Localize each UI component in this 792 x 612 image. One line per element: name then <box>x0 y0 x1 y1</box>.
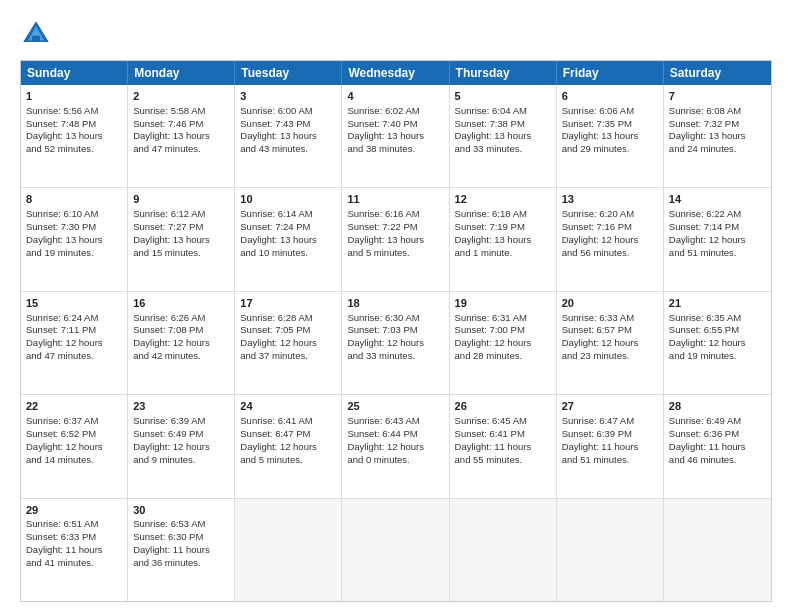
day-info-line: Sunrise: 6:28 AM <box>240 312 336 325</box>
day-info-line: and 55 minutes. <box>455 454 551 467</box>
day-29: 29Sunrise: 6:51 AMSunset: 6:33 PMDayligh… <box>21 499 128 601</box>
day-info-line: Daylight: 12 hours <box>669 234 766 247</box>
day-number: 2 <box>133 89 229 104</box>
empty-cell <box>235 499 342 601</box>
day-number: 8 <box>26 192 122 207</box>
day-info-line: Sunrise: 6:41 AM <box>240 415 336 428</box>
day-27: 27Sunrise: 6:47 AMSunset: 6:39 PMDayligh… <box>557 395 664 497</box>
day-info-line: and 47 minutes. <box>26 350 122 363</box>
day-16: 16Sunrise: 6:26 AMSunset: 7:08 PMDayligh… <box>128 292 235 394</box>
day-info-line: and 19 minutes. <box>669 350 766 363</box>
day-info-line: and 9 minutes. <box>133 454 229 467</box>
day-info-line: Sunrise: 6:06 AM <box>562 105 658 118</box>
day-number: 12 <box>455 192 551 207</box>
day-30: 30Sunrise: 6:53 AMSunset: 6:30 PMDayligh… <box>128 499 235 601</box>
day-info-line: Sunrise: 6:12 AM <box>133 208 229 221</box>
day-number: 18 <box>347 296 443 311</box>
day-number: 28 <box>669 399 766 414</box>
day-number: 29 <box>26 503 122 518</box>
day-info-line: Daylight: 12 hours <box>240 337 336 350</box>
day-info-line: Sunrise: 6:47 AM <box>562 415 658 428</box>
day-number: 23 <box>133 399 229 414</box>
day-info-line: and 29 minutes. <box>562 143 658 156</box>
day-8: 8Sunrise: 6:10 AMSunset: 7:30 PMDaylight… <box>21 188 128 290</box>
day-info-line: Sunset: 6:30 PM <box>133 531 229 544</box>
day-info-line: Daylight: 13 hours <box>669 130 766 143</box>
day-21: 21Sunrise: 6:35 AMSunset: 6:55 PMDayligh… <box>664 292 771 394</box>
header-day-saturday: Saturday <box>664 61 771 85</box>
logo <box>20 18 56 50</box>
day-info-line: Sunset: 7:05 PM <box>240 324 336 337</box>
day-info-line: Sunrise: 6:08 AM <box>669 105 766 118</box>
day-info-line: Sunset: 6:47 PM <box>240 428 336 441</box>
day-info-line: Sunset: 6:57 PM <box>562 324 658 337</box>
day-number: 27 <box>562 399 658 414</box>
day-info-line: and 47 minutes. <box>133 143 229 156</box>
day-info-line: and 10 minutes. <box>240 247 336 260</box>
day-info-line: Sunrise: 6:37 AM <box>26 415 122 428</box>
day-19: 19Sunrise: 6:31 AMSunset: 7:00 PMDayligh… <box>450 292 557 394</box>
day-14: 14Sunrise: 6:22 AMSunset: 7:14 PMDayligh… <box>664 188 771 290</box>
day-10: 10Sunrise: 6:14 AMSunset: 7:24 PMDayligh… <box>235 188 342 290</box>
day-info-line: Sunrise: 6:00 AM <box>240 105 336 118</box>
day-info-line: Sunset: 6:49 PM <box>133 428 229 441</box>
day-info-line: Daylight: 12 hours <box>26 337 122 350</box>
day-12: 12Sunrise: 6:18 AMSunset: 7:19 PMDayligh… <box>450 188 557 290</box>
day-info-line: Sunset: 6:44 PM <box>347 428 443 441</box>
header-day-sunday: Sunday <box>21 61 128 85</box>
day-28: 28Sunrise: 6:49 AMSunset: 6:36 PMDayligh… <box>664 395 771 497</box>
header-day-tuesday: Tuesday <box>235 61 342 85</box>
day-info-line: Sunset: 7:11 PM <box>26 324 122 337</box>
day-info-line: Daylight: 13 hours <box>455 130 551 143</box>
day-info-line: and 28 minutes. <box>455 350 551 363</box>
day-info-line: and 37 minutes. <box>240 350 336 363</box>
day-number: 13 <box>562 192 658 207</box>
day-number: 17 <box>240 296 336 311</box>
header-day-thursday: Thursday <box>450 61 557 85</box>
empty-cell <box>450 499 557 601</box>
calendar-header: SundayMondayTuesdayWednesdayThursdayFrid… <box>21 61 771 85</box>
day-3: 3Sunrise: 6:00 AMSunset: 7:43 PMDaylight… <box>235 85 342 187</box>
day-info-line: Daylight: 11 hours <box>455 441 551 454</box>
day-info-line: Sunset: 6:41 PM <box>455 428 551 441</box>
day-info-line: and 24 minutes. <box>669 143 766 156</box>
day-22: 22Sunrise: 6:37 AMSunset: 6:52 PMDayligh… <box>21 395 128 497</box>
day-info-line: and 14 minutes. <box>26 454 122 467</box>
day-info-line: Daylight: 12 hours <box>240 441 336 454</box>
day-info-line: and 1 minute. <box>455 247 551 260</box>
day-info-line: Daylight: 12 hours <box>562 234 658 247</box>
day-info-line: Sunrise: 6:26 AM <box>133 312 229 325</box>
day-info-line: and 23 minutes. <box>562 350 658 363</box>
day-info-line: and 5 minutes. <box>240 454 336 467</box>
day-number: 14 <box>669 192 766 207</box>
day-info-line: Daylight: 13 hours <box>26 234 122 247</box>
day-9: 9Sunrise: 6:12 AMSunset: 7:27 PMDaylight… <box>128 188 235 290</box>
day-info-line: Sunset: 7:19 PM <box>455 221 551 234</box>
day-info-line: Daylight: 13 hours <box>133 130 229 143</box>
day-info-line: and 38 minutes. <box>347 143 443 156</box>
day-info-line: Daylight: 13 hours <box>26 130 122 143</box>
calendar-row-3: 22Sunrise: 6:37 AMSunset: 6:52 PMDayligh… <box>21 394 771 497</box>
day-info-line: Sunset: 6:39 PM <box>562 428 658 441</box>
day-number: 15 <box>26 296 122 311</box>
day-info-line: Sunrise: 6:22 AM <box>669 208 766 221</box>
day-4: 4Sunrise: 6:02 AMSunset: 7:40 PMDaylight… <box>342 85 449 187</box>
day-info-line: and 46 minutes. <box>669 454 766 467</box>
day-info-line: Sunrise: 6:10 AM <box>26 208 122 221</box>
day-info-line: and 33 minutes. <box>347 350 443 363</box>
day-info-line: and 43 minutes. <box>240 143 336 156</box>
day-number: 3 <box>240 89 336 104</box>
day-15: 15Sunrise: 6:24 AMSunset: 7:11 PMDayligh… <box>21 292 128 394</box>
calendar-row-4: 29Sunrise: 6:51 AMSunset: 6:33 PMDayligh… <box>21 498 771 601</box>
day-info-line: Sunset: 7:22 PM <box>347 221 443 234</box>
svg-rect-2 <box>32 36 40 42</box>
day-number: 19 <box>455 296 551 311</box>
day-info-line: Sunset: 7:46 PM <box>133 118 229 131</box>
day-info-line: Daylight: 12 hours <box>347 337 443 350</box>
day-info-line: Sunset: 6:55 PM <box>669 324 766 337</box>
day-info-line: Sunset: 6:52 PM <box>26 428 122 441</box>
calendar-row-1: 8Sunrise: 6:10 AMSunset: 7:30 PMDaylight… <box>21 187 771 290</box>
day-1: 1Sunrise: 5:56 AMSunset: 7:48 PMDaylight… <box>21 85 128 187</box>
header-day-wednesday: Wednesday <box>342 61 449 85</box>
day-info-line: Sunset: 7:40 PM <box>347 118 443 131</box>
